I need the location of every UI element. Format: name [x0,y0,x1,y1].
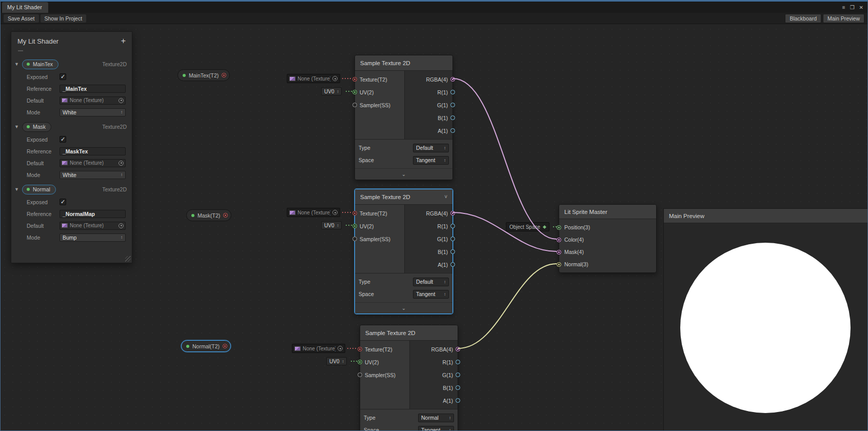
mode-dropdown[interactable]: Bump ↕ [60,233,126,242]
g-output-port[interactable] [450,237,455,241]
property-node-mask[interactable]: Mask(T2) [186,209,231,221]
texture-input-port[interactable] [352,77,357,82]
g-output-port[interactable] [456,373,460,377]
space-dropdown[interactable]: Tangent ↕ [418,426,454,431]
property-pill-normal[interactable]: Normal [22,185,56,194]
exposed-checkbox[interactable] [60,136,66,143]
property-node-normal[interactable]: Normal(T2) [181,340,231,352]
close-icon[interactable]: ✕ [859,5,863,10]
sampler-input-port[interactable] [352,103,357,107]
default-object-field[interactable]: None (Texture) [60,222,126,230]
object-picker-icon[interactable] [119,98,124,103]
sample-texture-2d-node-3[interactable]: Sample Texture 2D Texture(T2) UV(2) Samp… [360,325,458,431]
b-output-port[interactable] [456,385,460,390]
position-input-port[interactable] [557,225,561,230]
sample-texture-2d-node-2[interactable]: Sample Texture 2D ˅ Texture(T2) UV(2) Sa… [354,189,453,314]
show-in-project-button[interactable]: Show In Project [41,14,87,23]
a-output-port[interactable] [456,398,460,403]
save-asset-button[interactable]: Save Asset [4,14,39,23]
main-preview-toggle-button[interactable]: Main Preview [823,14,864,23]
texture-default-slot[interactable]: None (Texture) [287,208,340,217]
normal-input-port[interactable] [557,262,561,267]
uv-channel-dropdown[interactable]: UV0 ↕ [321,87,342,95]
type-dropdown[interactable]: Default ↕ [413,278,449,286]
chevron-down-icon[interactable]: ˅ [444,194,447,200]
object-picker-icon[interactable] [119,161,124,166]
chevron-down-icon[interactable]: ▼ [14,187,19,192]
rgba-output-port[interactable] [456,347,460,351]
chevron-down-icon[interactable]: ▼ [14,62,19,67]
b-output-port[interactable] [450,249,455,254]
add-property-button[interactable]: + [121,37,126,45]
object-picker-icon[interactable] [338,346,343,351]
object-picker-icon[interactable] [332,210,338,215]
mode-dropdown[interactable]: White ↕ [60,171,126,179]
b-output-port[interactable] [450,115,455,120]
texture-output-port[interactable] [222,73,226,77]
window-tab[interactable]: My Lit Shader [2,2,48,13]
node-header[interactable]: Lit Sprite Master [559,205,656,219]
rgba-output-port[interactable] [450,77,455,82]
position-default-slot[interactable]: Object Space [506,222,549,231]
exposed-checkbox[interactable] [60,73,66,80]
maximize-icon[interactable]: ❐ [850,5,855,10]
uv-input-port[interactable] [358,360,362,364]
color-input-port[interactable] [557,238,561,242]
uv-channel-dropdown[interactable]: UV0 ↕ [321,221,342,229]
collapse-chevron-icon[interactable]: ⌄ [355,168,452,180]
sampler-input-port[interactable] [352,237,357,241]
edge-rgba3-to-normal[interactable] [458,264,557,348]
node-header[interactable]: Sample Texture 2D [360,325,458,341]
lit-sprite-master-node[interactable]: Lit Sprite Master Position(3) Color(4) M… [559,204,657,273]
default-object-field[interactable]: None (Texture) [60,159,126,167]
texture-output-port[interactable] [223,213,228,218]
a-output-port[interactable] [450,262,455,267]
edge-rgba1-to-color[interactable] [453,79,557,239]
property-pill-mask[interactable]: Mask [22,122,51,132]
blackboard-panel[interactable]: My Lit Shader + ▼ MainTex Texture2D Expo… [11,31,132,263]
property-row-normal[interactable]: ▼ Normal Texture2D [11,183,132,196]
chevron-down-icon[interactable]: ▼ [14,124,19,129]
object-picker-icon[interactable] [119,223,124,228]
node-header[interactable]: Sample Texture 2D ˅ [355,189,452,205]
mask-input-port[interactable] [557,250,561,254]
menu-icon[interactable]: ≡ [842,5,845,10]
uv-input-port[interactable] [352,90,357,94]
property-row-maintex[interactable]: ▼ MainTex Texture2D [11,57,132,71]
mode-dropdown[interactable]: White ↕ [60,108,126,116]
space-dropdown[interactable]: Tangent ↕ [413,156,449,165]
type-dropdown[interactable]: Default ↕ [413,144,449,152]
reference-field[interactable]: _MaskTex [60,147,126,155]
r-output-port[interactable] [456,360,460,364]
collapse-chevron-icon[interactable]: ⌄ [355,302,452,314]
preview-header[interactable]: Main Preview [664,209,867,223]
property-row-mask[interactable]: ▼ Mask Texture2D [11,120,132,133]
main-preview-panel[interactable]: Main Preview [663,208,868,431]
property-pill-maintex[interactable]: MainTex [22,60,58,69]
space-dropdown[interactable]: Tangent ↕ [413,290,449,299]
r-output-port[interactable] [450,224,455,228]
texture-default-slot[interactable]: None (Texture) [287,74,340,83]
resize-grip[interactable] [125,256,131,262]
property-node-maintex[interactable]: MainTex(T2) [177,69,230,81]
r-output-port[interactable] [450,90,455,94]
sampler-input-port[interactable] [358,373,362,377]
g-output-port[interactable] [450,103,455,107]
edge-rgba2-to-mask[interactable] [453,212,557,251]
reference-field[interactable]: _MainTex [60,85,126,93]
node-header[interactable]: Sample Texture 2D [355,55,452,71]
texture-input-port[interactable] [352,211,357,215]
texture-default-slot[interactable]: None (Texture) [292,344,345,353]
object-picker-icon[interactable] [332,76,338,81]
texture-input-port[interactable] [358,347,362,351]
exposed-checkbox[interactable] [60,199,66,205]
a-output-port[interactable] [450,128,455,133]
rgba-output-port[interactable] [450,211,455,215]
blackboard-toggle-button[interactable]: Blackboard [785,14,821,23]
texture-output-port[interactable] [223,344,227,348]
reference-field[interactable]: _NormalMap [60,210,126,218]
sample-texture-2d-node-1[interactable]: Sample Texture 2D Texture(T2) UV(2) Samp… [354,55,453,180]
type-dropdown[interactable]: Normal ↕ [418,414,454,422]
uv-channel-dropdown[interactable]: UV0 ↕ [326,357,347,365]
default-object-field[interactable]: None (Texture) [60,96,126,105]
